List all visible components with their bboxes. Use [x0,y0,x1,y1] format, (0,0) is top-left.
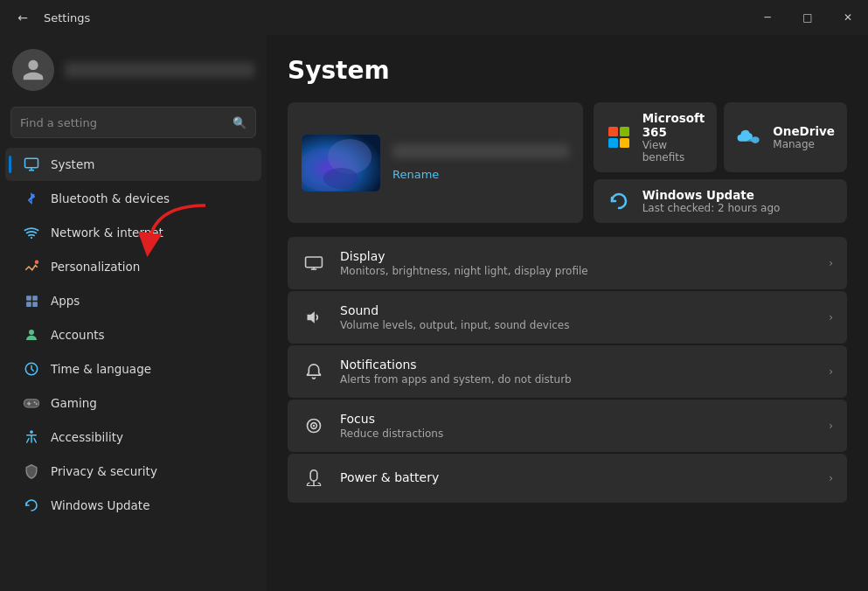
sidebar-item-accessibility[interactable]: Accessibility [5,421,261,454]
search-input[interactable] [20,116,226,129]
svg-rect-27 [306,257,323,268]
minimize-button[interactable]: ─ [747,0,788,35]
settings-item-sound[interactable]: Sound Volume levels, output, input, soun… [288,291,847,344]
svg-marker-30 [308,311,315,323]
main-content: System [267,35,868,591]
privacy-icon [23,462,40,480]
svg-point-26 [752,136,760,143]
device-card: Rename [288,102,583,223]
sidebar: 🔍 System Blue [0,35,267,591]
rename-link[interactable]: Rename [392,168,439,181]
power-title: Power & battery [340,470,815,484]
sidebar-item-label-network: Network & internet [51,226,163,240]
title-bar: ← Settings ─ □ ✕ [0,0,868,35]
settings-item-focus[interactable]: Focus Reduce distractions › [288,400,847,452]
sidebar-item-accounts[interactable]: Accounts [5,318,261,351]
search-bar[interactable]: 🔍 [10,107,256,138]
search-icon: 🔍 [233,116,247,129]
sound-subtitle: Volume levels, output, input, sound devi… [340,319,815,331]
sidebar-item-gaming[interactable]: Gaming [5,386,261,420]
notifications-subtitle: Alerts from apps and system, do not dist… [340,373,815,386]
sidebar-item-system[interactable]: System [5,148,261,181]
svg-rect-25 [620,138,629,148]
close-button[interactable]: ✕ [828,0,868,35]
sidebar-item-label-personalization: Personalization [51,260,140,274]
windows-update-card[interactable]: Windows Update Last checked: 2 hours ago [594,179,847,223]
sound-chevron: › [829,311,833,323]
sidebar-item-label-apps: Apps [51,294,80,308]
svg-point-21 [323,168,358,189]
sidebar-item-label-system: System [51,157,94,171]
wu-title: Windows Update [642,188,781,202]
sidebar-item-apps[interactable]: Apps [5,284,261,317]
sidebar-item-label-accessibility: Accessibility [51,430,123,444]
ms365-text: Microsoft 365 View benefits [642,111,705,163]
network-icon [23,224,40,241]
sidebar-item-label-windowsupdate: Windows Update [51,498,149,512]
power-icon [302,466,326,490]
onedrive-icon [736,124,762,150]
svg-rect-8 [26,302,31,307]
display-icon [302,251,326,275]
page-title: System [288,56,847,85]
ms365-icon [606,124,632,150]
bluetooth-icon [23,190,40,207]
maximize-button[interactable]: □ [788,0,828,35]
svg-point-5 [35,261,39,265]
sidebar-item-label-bluetooth: Bluetooth & devices [51,191,170,205]
settings-item-power[interactable]: Power & battery › [288,454,847,503]
app-title: Settings [44,11,90,24]
notifications-icon [302,359,326,384]
svg-rect-7 [32,296,38,301]
title-bar-left: ← Settings [10,5,90,30]
top-cards: Rename [288,102,847,223]
svg-rect-34 [310,470,317,481]
sidebar-item-privacy[interactable]: Privacy & security [5,455,261,488]
sidebar-item-bluetooth[interactable]: Bluetooth & devices [5,182,261,215]
system-icon [23,156,40,173]
settings-item-notifications[interactable]: Notifications Alerts from apps and syste… [288,345,847,398]
device-info: Rename [392,144,569,182]
personalization-icon [23,258,40,275]
onedrive-title: OneDrive [773,124,835,138]
apps-icon [23,292,40,309]
svg-rect-23 [620,127,629,136]
app-layout: 🔍 System Blue [0,35,868,591]
sidebar-item-personalization[interactable]: Personalization [5,250,261,283]
side-cards: Microsoft 365 View benefits [594,102,847,223]
ms365-subtitle: View benefits [642,139,705,163]
svg-rect-24 [608,138,618,148]
windowsupdate-icon [23,497,40,514]
display-text: Display Monitors, brightness, night ligh… [340,249,815,277]
sidebar-item-network[interactable]: Network & internet [5,216,261,249]
profile-area [0,35,267,103]
sidebar-item-time[interactable]: Time & language [5,352,261,386]
svg-point-10 [29,330,34,335]
ms365-title: Microsoft 365 [642,111,705,139]
focus-subtitle: Reduce distractions [340,428,815,440]
focus-text: Focus Reduce distractions [340,412,815,440]
avatar [12,49,54,91]
svg-point-17 [30,430,33,434]
wu-subtitle: Last checked: 2 hours ago [642,202,781,214]
microsoft365-card[interactable]: Microsoft 365 View benefits [594,102,718,172]
notifications-chevron: › [829,365,833,378]
svg-rect-22 [608,127,618,136]
sidebar-item-label-time: Time & language [51,362,151,376]
svg-point-33 [313,425,316,428]
sound-title: Sound [340,303,815,317]
sidebar-nav: System Bluetooth & devices [0,147,267,523]
sidebar-item-label-accounts: Accounts [51,328,105,342]
settings-item-display[interactable]: Display Monitors, brightness, night ligh… [288,237,847,289]
device-wallpaper [302,135,380,191]
sound-icon [302,305,326,330]
svg-point-15 [34,401,36,403]
sidebar-item-windowsupdate[interactable]: Windows Update [5,489,261,522]
notifications-text: Notifications Alerts from apps and syste… [340,358,815,386]
back-button[interactable]: ← [10,5,35,30]
profile-name [65,62,254,78]
onedrive-subtitle: Manage [773,138,835,150]
accounts-icon [23,326,40,344]
svg-rect-6 [26,296,31,301]
onedrive-card[interactable]: OneDrive Manage [724,102,847,172]
